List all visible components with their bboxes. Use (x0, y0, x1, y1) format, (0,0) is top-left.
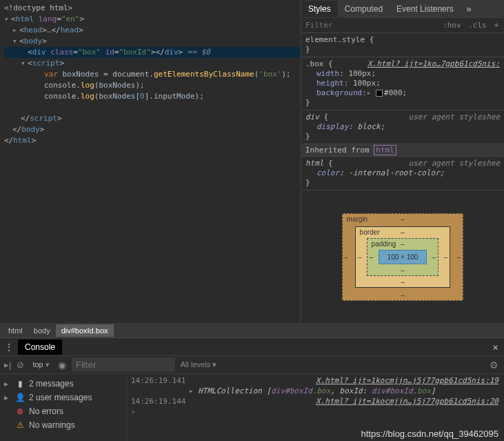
bc-div[interactable]: div#boxId.box (56, 324, 114, 337)
content-size: 100 × 100 (379, 250, 427, 264)
tab-styles[interactable]: Styles (301, 1, 338, 17)
styles-panel: Styles Computed Event Listeners » :hov .… (301, 0, 504, 323)
hov-button[interactable]: :hov (443, 21, 461, 30)
bc-html[interactable]: html (3, 324, 28, 337)
expand-icon[interactable]: ▾ (12, 36, 19, 47)
sidebar-user[interactable]: ▸👤2 user messages (0, 391, 126, 404)
cls-button[interactable]: .cls (468, 21, 487, 30)
sidebar-toggle-icon[interactable]: ▸| (4, 360, 11, 370)
warning-icon: ⚠ (15, 420, 25, 430)
doctype[interactable]: <!doctype html> (4, 3, 72, 12)
error-icon: ⊗ (15, 406, 25, 416)
expand-icon[interactable]: ▸ (189, 386, 194, 395)
source-link[interactable]: X.html? ijt=1ko…7gpb61cd5nis: (367, 59, 500, 68)
html-rule[interactable]: user agent styleshee html { color: -inte… (301, 157, 504, 190)
breadcrumb: html body div#boxId.box (0, 323, 504, 338)
bc-body[interactable]: body (28, 324, 56, 337)
timestamp: 14:26:19.141 (131, 375, 186, 386)
watermark: https://blog.csdn.net/qq_39462095 (361, 429, 499, 439)
color-swatch[interactable] (376, 90, 383, 97)
styles-tabs: Styles Computed Event Listeners » (301, 0, 504, 18)
expand-icon[interactable]: ▸ (12, 25, 19, 36)
inherited-from: Inherited from html (301, 144, 504, 157)
selected-element[interactable]: <div class="box" id="boxId"></div> == $0 (4, 47, 301, 58)
sidebar-messages[interactable]: ▸▮2 messages (0, 377, 126, 391)
box-model[interactable]: margin – – – – border – – – – padding – … (301, 190, 504, 323)
console-filter-input[interactable] (72, 357, 175, 372)
context-select[interactable]: top ▾ (30, 360, 52, 369)
sidebar-warnings[interactable]: ⚠No warnings (0, 418, 126, 432)
user-icon: 👤 (15, 393, 25, 402)
close-icon[interactable]: × (493, 342, 498, 353)
expand-icon[interactable]: ▾ (21, 58, 28, 69)
dom-tree[interactable]: <!doctype html> ▾<html lang="en"> ▸<head… (0, 0, 301, 149)
tab-listeners[interactable]: Event Listeners (390, 1, 461, 17)
levels-select[interactable]: All levels ▾ (181, 360, 216, 369)
console-toolbar: ▸| ⊘ top ▾ ◉ All levels ▾ ⚙ (0, 356, 504, 374)
console-prompt[interactable]: › (127, 406, 504, 417)
tabs-more-icon[interactable]: » (461, 3, 477, 14)
gear-icon[interactable]: ⚙ (490, 360, 498, 371)
box-rule[interactable]: X.html? ijt=1ko…7gpb61cd5nis: .box { wid… (301, 57, 504, 110)
source-link[interactable]: X.html? ijt=1kocmjjn…j5j77gpb61cd5nis:20 (316, 396, 498, 406)
console-tab[interactable]: Console (18, 340, 62, 355)
elements-panel: <!doctype html> ▾<html lang="en"> ▸<head… (0, 0, 301, 323)
expand-icon[interactable]: ▾ (4, 14, 11, 25)
live-expression-icon[interactable]: ◉ (58, 360, 66, 371)
add-rule-button[interactable]: + (494, 21, 498, 30)
timestamp: 14:26:19.144 (131, 396, 186, 406)
sidebar-errors[interactable]: ⊗No errors (0, 404, 126, 418)
console-menu-icon[interactable]: ⋮ (0, 342, 18, 353)
styles-filter-input[interactable] (301, 19, 437, 32)
div-rule[interactable]: user agent styleshee div { display: bloc… (301, 110, 504, 144)
source-link[interactable]: X.html? ijt=1kocmjjn…j5j77gpb61cd5nis:19 (316, 375, 498, 386)
tab-computed[interactable]: Computed (338, 1, 390, 17)
element-style-rule[interactable]: element.style {} (301, 33, 504, 57)
console-header: ⋮ Console × (0, 338, 504, 356)
ua-label: user agent styleshee (409, 112, 500, 122)
messages-icon: ▮ (15, 379, 25, 389)
console-sidebar: ▸▮2 messages ▸👤2 user messages ⊗No error… (0, 374, 127, 441)
clear-icon[interactable]: ⊘ (17, 360, 24, 370)
